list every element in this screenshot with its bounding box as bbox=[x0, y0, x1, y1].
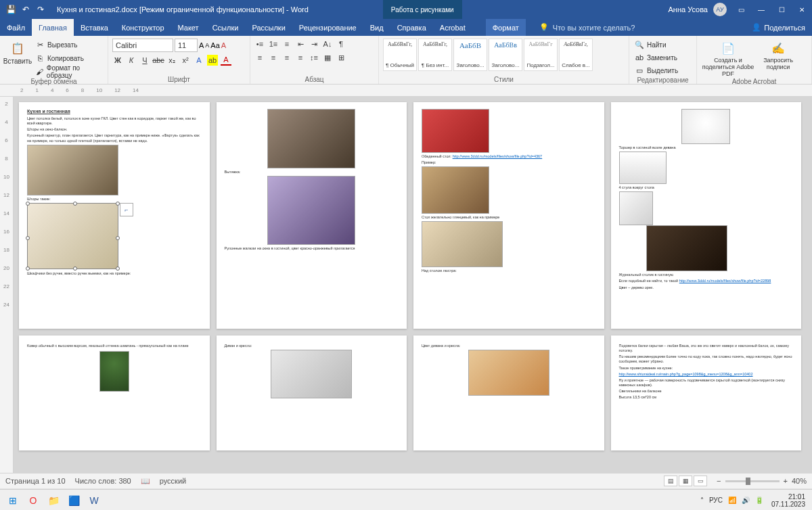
zoom-in-icon[interactable]: + bbox=[784, 477, 788, 485]
shading-icon[interactable]: ▦ bbox=[322, 52, 333, 63]
style-subtitle[interactable]: АаБбВвГгПодзагол... bbox=[524, 39, 558, 71]
font-size-select[interactable]: 11 bbox=[175, 39, 198, 52]
multilevel-icon[interactable]: ≡ bbox=[281, 39, 292, 49]
link-model-1[interactable]: http://www.3ddd.ru/models/files/show/fil… bbox=[453, 154, 543, 158]
adobe-create-button[interactable]: 📄Создать и поделиться Adobe PDF bbox=[701, 37, 755, 78]
style-nospacing[interactable]: АаБбВвГг,¶ Без инт... bbox=[418, 39, 452, 71]
indent-dec-icon[interactable]: ⇤ bbox=[295, 39, 306, 49]
redo-icon[interactable]: ↷ bbox=[35, 4, 46, 15]
style-heading2[interactable]: АаБбВвЗаголово... bbox=[489, 39, 522, 71]
select-button[interactable]: ▭Выделить bbox=[633, 64, 679, 76]
vertical-ruler[interactable]: 24681012141618202224 bbox=[0, 97, 14, 473]
word-icon[interactable]: W bbox=[84, 492, 104, 509]
minimize-icon[interactable]: — bbox=[751, 0, 771, 19]
font-color-icon[interactable]: A bbox=[221, 55, 231, 66]
tab-format[interactable]: Формат bbox=[486, 19, 526, 36]
format-painter-button[interactable]: 🖌Формат по образцу bbox=[34, 66, 104, 78]
link-ventilation[interactable]: http://www.shtoraideal.ru/main.php?g_pag… bbox=[619, 372, 753, 376]
page-1[interactable]: Кухня и гостинная Цвет потолка белый, по… bbox=[19, 102, 210, 329]
word-count[interactable]: Число слов: 380 bbox=[75, 477, 131, 485]
web-layout-icon[interactable]: ▭ bbox=[694, 476, 707, 486]
save-icon[interactable]: 💾 bbox=[5, 4, 16, 15]
clock[interactable]: 21:01 07.11.2023 bbox=[767, 493, 809, 508]
image-floor-lamp[interactable] bbox=[619, 152, 667, 184]
zoom-out-icon[interactable]: − bbox=[717, 477, 721, 485]
maximize-icon[interactable]: ☐ bbox=[771, 0, 792, 19]
spell-check-icon[interactable]: 📖 bbox=[141, 477, 150, 486]
indent-inc-icon[interactable]: ⇥ bbox=[309, 39, 319, 49]
style-emphasis[interactable]: АаБбВвГг,Слабое в... bbox=[559, 39, 593, 71]
sort-icon[interactable]: A↓ bbox=[322, 39, 333, 49]
wifi-icon[interactable]: 📶 bbox=[728, 496, 736, 504]
line-spacing-icon[interactable]: ↕≡ bbox=[309, 52, 319, 63]
tab-design[interactable]: Конструктор bbox=[115, 19, 171, 36]
page-4[interactable]: Торшер в гостиной возле дивана 4 стула в… bbox=[611, 102, 802, 329]
layout-options-icon[interactable]: ⌐ bbox=[120, 203, 133, 216]
font-name-select[interactable]: Calibri bbox=[112, 39, 173, 52]
tab-insert[interactable]: Вставка bbox=[74, 19, 115, 36]
show-marks-icon[interactable]: ¶ bbox=[336, 39, 346, 49]
image-red-room[interactable] bbox=[422, 109, 489, 153]
page-2[interactable]: Вытяжка: Рулонные жалюзи на окна в гости… bbox=[217, 102, 407, 329]
share-button[interactable]: 👤Поделиться bbox=[745, 19, 812, 36]
justify-icon[interactable]: ≡ bbox=[295, 52, 306, 63]
style-heading1[interactable]: АаБбВЗаголово... bbox=[453, 39, 487, 71]
image-sofa[interactable] bbox=[271, 350, 352, 398]
app-icon[interactable]: 🟦 bbox=[64, 492, 84, 509]
read-mode-icon[interactable]: ▤ bbox=[664, 476, 677, 486]
styles-gallery[interactable]: АаБбВвГг,¶ Обычный АаБбВвГг,¶ Без инт...… bbox=[383, 37, 593, 71]
start-button[interactable]: ⊞ bbox=[3, 492, 23, 509]
clear-format-icon[interactable]: A bbox=[221, 41, 226, 49]
page-3[interactable]: Обеденный стол: http://www.3ddd.ru/model… bbox=[413, 102, 604, 329]
style-normal[interactable]: АаБбВвГг,¶ Обычный bbox=[383, 39, 417, 71]
align-right-icon[interactable]: ≡ bbox=[281, 52, 292, 63]
file-explorer-icon[interactable]: 📁 bbox=[43, 492, 64, 509]
keyboard-layout[interactable]: РУС bbox=[709, 496, 723, 504]
tab-references[interactable]: Ссылки bbox=[206, 19, 246, 36]
page-7[interactable]: Цвет дивана и кресла: bbox=[413, 335, 604, 450]
tab-layout[interactable]: Макет bbox=[171, 19, 206, 36]
volume-icon[interactable]: 🔊 bbox=[742, 496, 750, 504]
page-5[interactable]: Ковер обычный с высоким ворсом, язкозыой… bbox=[19, 335, 210, 450]
page-8[interactable]: Подсветка балки скрытая – любая Ваша, эт… bbox=[611, 335, 802, 450]
image-dining-1[interactable] bbox=[422, 166, 489, 214]
image-dining-2[interactable] bbox=[422, 221, 503, 267]
adobe-sign-button[interactable]: ✍Запросить подписи bbox=[758, 37, 798, 71]
subscript-icon[interactable]: x₂ bbox=[166, 55, 177, 66]
bold-icon[interactable]: Ж bbox=[112, 55, 123, 66]
change-case-icon[interactable]: Aa bbox=[210, 41, 219, 49]
italic-icon[interactable]: К bbox=[126, 55, 137, 66]
tab-file[interactable]: Файл bbox=[0, 19, 32, 36]
tab-view[interactable]: Вид bbox=[363, 19, 390, 36]
user-account[interactable]: Анна Усова АУ bbox=[664, 3, 731, 16]
tab-mailings[interactable]: Рассылки bbox=[245, 19, 292, 36]
tab-review[interactable]: Рецензирование bbox=[292, 19, 363, 36]
strike-icon[interactable]: abc bbox=[153, 55, 164, 66]
tell-me-search[interactable]: 💡Что вы хотите сделать? bbox=[533, 19, 745, 36]
image-selected[interactable] bbox=[27, 203, 118, 269]
page-6[interactable]: Диван и кресло: bbox=[217, 335, 407, 450]
tab-home[interactable]: Главная bbox=[32, 19, 74, 36]
horizontal-ruler[interactable]: 21468101214 bbox=[0, 85, 812, 97]
shrink-font-icon[interactable]: A bbox=[205, 42, 209, 49]
opera-icon[interactable]: O bbox=[23, 492, 43, 509]
ribbon-display-icon[interactable]: ▭ bbox=[731, 0, 751, 19]
underline-icon[interactable]: Ч bbox=[139, 55, 150, 66]
grow-font-icon[interactable]: A bbox=[199, 41, 204, 49]
align-center-icon[interactable]: ≡ bbox=[268, 52, 279, 63]
close-icon[interactable]: ✕ bbox=[792, 0, 812, 19]
link-model-2[interactable]: http://www.3ddd.ru/models/files/show/fil… bbox=[679, 279, 771, 283]
image-plant[interactable] bbox=[99, 351, 129, 392]
picture-tools-tab[interactable]: Работа с рисунками bbox=[383, 0, 462, 19]
page-counter[interactable]: Страница 1 из 10 bbox=[5, 477, 66, 485]
image-chair[interactable] bbox=[619, 191, 653, 225]
tab-help[interactable]: Справка bbox=[390, 19, 433, 36]
image-kitchen-4[interactable] bbox=[267, 176, 355, 245]
align-left-icon[interactable]: ≡ bbox=[254, 52, 265, 63]
numbering-icon[interactable]: 1≡ bbox=[268, 39, 279, 49]
chevron-up-icon[interactable]: ˄ bbox=[700, 496, 704, 504]
document-canvas[interactable]: 24681012141618202224 Кухня и гостинная Ц… bbox=[0, 97, 812, 473]
find-button[interactable]: 🔍Найти bbox=[633, 39, 679, 51]
image-kitchen-1[interactable] bbox=[27, 145, 118, 195]
bullets-icon[interactable]: •≡ bbox=[254, 39, 265, 49]
